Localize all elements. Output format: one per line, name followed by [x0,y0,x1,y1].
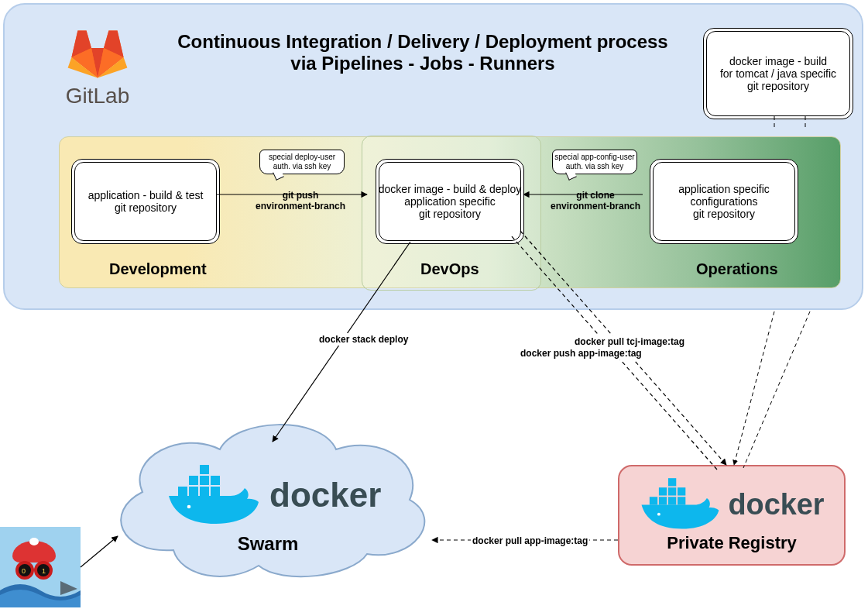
svg-point-26 [657,513,660,516]
svg-rect-19 [659,497,667,504]
repo-line: application specific [650,183,798,195]
repo-line: configurations [650,195,798,208]
repo-line: git repository [72,201,219,214]
svg-rect-8 [178,487,187,496]
svg-rect-15 [200,465,209,474]
repo-line: git repository [704,80,853,92]
pipeline-zone: application - build & test git repositor… [59,136,841,288]
repo-line: application specific [376,195,523,208]
svg-line-38 [734,311,774,465]
avatar-icon: 0 1 [0,527,81,607]
diagram-title: Continuous Integration / Delivery / Depl… [167,31,678,74]
svg-rect-14 [211,476,220,485]
svg-rect-13 [200,476,209,485]
repo-line: docker image - build & deploy [376,183,523,195]
swarm-label: Swarm [104,533,432,555]
title-line-1: Continuous Integration / Delivery / Depl… [177,31,667,52]
edge-line: environment-branch [250,201,351,212]
zone-devops-label: DevOps [420,260,479,278]
gitlab-wordmark: GitLab [51,84,144,108]
gitlab-ci-container: GitLab Continuous Integration / Delivery… [3,3,863,310]
note-deploy-user: special deploy-user auth. via ssh key [259,150,345,174]
note-line: auth. via ssh key [553,162,636,171]
repo-docker-build-deploy: docker image - build & deploy applicatio… [376,159,524,244]
label-docker-push-app: docker push app-image:tag [519,347,643,360]
registry-label: Private Registry [619,533,844,553]
svg-rect-18 [650,497,657,504]
note-line: special app-config-user [553,153,636,162]
zone-operations-label: Operations [696,260,778,278]
edge-git-clone: git clone environment-branch [541,190,650,212]
svg-rect-10 [200,487,209,496]
edge-line: git clone [541,190,650,201]
svg-rect-21 [678,497,685,504]
svg-rect-9 [189,487,198,496]
svg-point-16 [187,505,191,509]
svg-rect-22 [659,487,667,495]
svg-rect-24 [678,487,685,495]
edge-git-push: git push environment-branch [250,190,351,212]
svg-rect-25 [668,478,676,486]
svg-rect-12 [189,476,198,485]
repo-app-config: application specific configurations git … [650,159,798,244]
repo-line: git repository [650,208,798,220]
docker-icon: docker [161,460,393,527]
repo-line: docker image - build [704,55,853,67]
repo-line: for tomcat / java specific [704,67,853,80]
gitlab-logo: GitLab [51,20,144,117]
title-line-2: via Pipelines - Jobs - Runners [290,53,554,74]
docker-logo-swarm: docker [161,460,393,527]
svg-line-40 [743,311,810,468]
repo-tomcat-java-image: docker image - build for tomcat / java s… [703,28,853,119]
zone-development-label: Development [109,260,207,278]
label-docker-pull-app: docker pull app-image:tag [471,535,589,547]
svg-point-29 [29,538,39,545]
note-line: special deploy-user [260,153,344,162]
edge-line: git push [250,190,351,201]
svg-rect-23 [668,487,676,495]
note-app-config-user: special app-config-user auth. via ssh ke… [552,150,637,174]
docker-icon: docker [633,474,836,532]
svg-text:0: 0 [22,567,26,575]
docker-logo-registry: docker [633,474,836,532]
label-docker-pull-tcj: docker pull tcj-image:tag [573,335,686,348]
edge-line: environment-branch [541,201,650,212]
svg-text:1: 1 [42,567,46,575]
docker-private-registry: docker Private Registry [618,465,846,566]
gitlab-icon [67,20,129,82]
label-docker-stack-deploy: docker stack deploy [317,333,410,346]
note-line: auth. via ssh key [260,162,344,171]
repo-line: application - build & test [72,189,219,201]
repo-line: git repository [376,208,523,220]
svg-text:docker: docker [728,488,824,521]
svg-rect-11 [211,487,220,496]
svg-text:docker: docker [269,476,381,514]
repo-app-build-test: application - build & test git repositor… [71,159,220,244]
svg-rect-20 [668,497,676,504]
docker-swarm-cloud: docker Swarm [104,411,432,586]
